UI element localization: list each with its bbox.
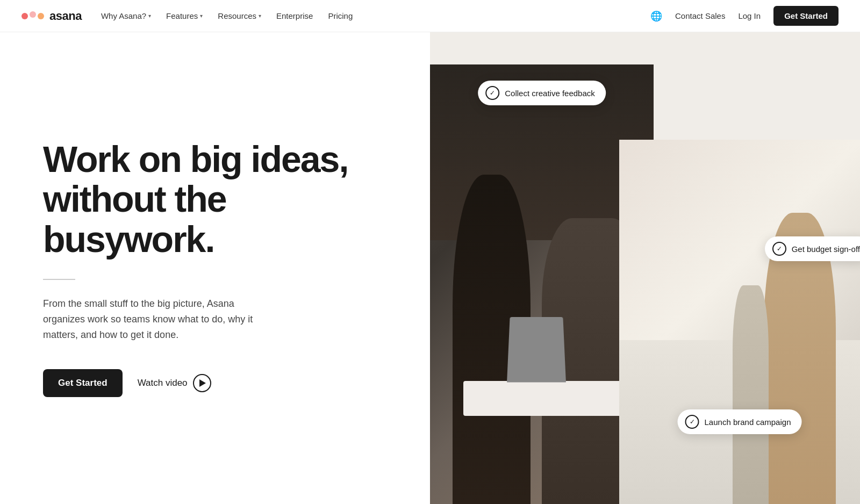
check-icon: ✓ — [772, 242, 786, 256]
tooltip-budget: ✓ Get budget sign-off — [765, 236, 860, 261]
globe-icon[interactable]: 🌐 — [650, 10, 662, 22]
hero-section: Work on big ideas, without the busywork.… — [0, 0, 860, 504]
laptop-shape — [507, 317, 566, 382]
hero-images: ✓ Collect creative feedback ✓ Get budget… — [430, 32, 860, 504]
play-icon — [193, 374, 211, 392]
get-started-nav-button[interactable]: Get Started — [773, 6, 838, 26]
hero-left: Work on big ideas, without the busywork.… — [0, 32, 430, 504]
nav-links: Why Asana? ▾ Features ▾ Resources ▾ Ente… — [101, 11, 353, 20]
chevron-down-icon: ▾ — [200, 13, 203, 19]
hero-subtext: From the small stuff to the big picture,… — [43, 296, 269, 342]
check-icon: ✓ — [685, 415, 699, 429]
desk-shape — [463, 381, 631, 416]
logo-text: asana — [49, 9, 82, 23]
watch-video-button[interactable]: Watch video — [138, 374, 211, 392]
hero-headline: Work on big ideas, without the busywork. — [43, 139, 398, 260]
contact-sales-link[interactable]: Contact Sales — [675, 11, 725, 20]
tooltip-collect: ✓ Collect creative feedback — [478, 81, 606, 105]
logo[interactable]: asana — [22, 9, 82, 23]
navbar: asana Why Asana? ▾ Features ▾ Resources … — [0, 0, 860, 32]
login-button[interactable]: Log In — [738, 11, 761, 20]
check-icon: ✓ — [485, 86, 499, 100]
nav-right: 🌐 Contact Sales Log In Get Started — [650, 6, 838, 26]
hero-right: ✓ Collect creative feedback ✓ Get budget… — [430, 32, 860, 504]
get-started-hero-button[interactable]: Get Started — [43, 369, 123, 397]
office-image: ✓ Get budget sign-off ✓ Launch brand cam… — [619, 140, 860, 504]
nav-pricing[interactable]: Pricing — [328, 11, 353, 20]
chevron-down-icon: ▾ — [148, 13, 151, 19]
nav-enterprise[interactable]: Enterprise — [276, 11, 313, 20]
watch-video-label: Watch video — [138, 378, 188, 388]
office-bg — [619, 140, 860, 504]
chevron-down-icon: ▾ — [259, 13, 261, 19]
nav-why-asana[interactable]: Why Asana? ▾ — [101, 11, 151, 20]
hero-divider — [43, 279, 75, 280]
play-triangle — [199, 379, 206, 387]
logo-icon — [22, 13, 44, 19]
office-person-2 — [733, 285, 769, 504]
hero-buttons: Get Started Watch video — [43, 369, 398, 397]
tooltip-launch: ✓ Launch brand campaign — [678, 409, 802, 434]
nav-resources[interactable]: Resources ▾ — [218, 11, 261, 20]
nav-features[interactable]: Features ▾ — [166, 11, 203, 20]
